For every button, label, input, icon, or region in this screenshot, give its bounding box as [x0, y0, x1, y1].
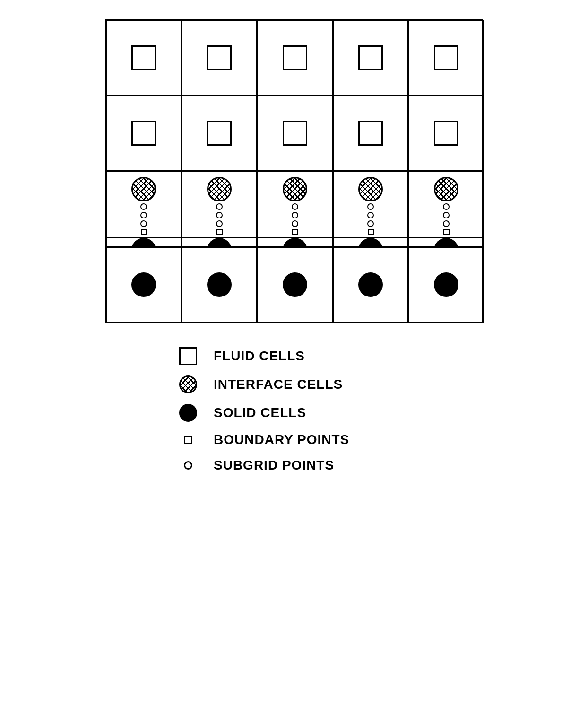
bottom-section: [207, 238, 232, 247]
subgrid-point-icon: [216, 203, 223, 210]
bottom-section: [358, 238, 383, 247]
cell-r4c3: [257, 247, 333, 323]
boundary-point-icon: [292, 229, 298, 235]
fluid-icon: [283, 45, 307, 70]
solid-icon: [434, 272, 458, 297]
legend-fluid-label: FLUID CELLS: [214, 349, 305, 364]
bottom-section: [434, 238, 458, 247]
interface-icon: [131, 177, 156, 201]
fluid-icon: [131, 45, 156, 70]
boundary-point-icon: [141, 229, 147, 235]
top-section: [207, 172, 232, 237]
cell-r2c4: [333, 96, 408, 171]
subgrid-point-icon: [367, 203, 374, 210]
cell-r3c4: [333, 171, 408, 247]
interface-icon: [434, 177, 458, 201]
fluid-icon: [207, 121, 232, 146]
cell-r1c3: [257, 20, 333, 96]
legend-item-boundary: BOUNDARY POINTS: [176, 432, 412, 447]
solid-icon: [358, 272, 383, 297]
solid-icon: [131, 238, 156, 247]
fluid-icon: [131, 121, 156, 146]
subgrid-point-icon: [443, 203, 450, 210]
legend-solid-icon-wrapper: [176, 404, 200, 422]
cell-r4c1: [106, 247, 182, 323]
cell-r3c3: [257, 171, 333, 247]
cell-r1c1: [106, 20, 182, 96]
subgrid-point-icon: [367, 220, 374, 227]
legend-solid-label: SOLID CELLS: [214, 405, 306, 420]
solid-icon: [207, 238, 232, 247]
legend-item-solid: SOLID CELLS: [176, 404, 412, 422]
cell-r3c2: [182, 171, 257, 247]
legend-interface-icon-wrapper: [176, 375, 200, 393]
cell-r2c2: [182, 96, 257, 171]
subgrid-point-icon: [292, 220, 298, 227]
fluid-icon: [283, 121, 307, 146]
fluid-icon: [434, 121, 458, 146]
boundary-point-icon: [443, 229, 450, 235]
cell-r4c4: [333, 247, 408, 323]
legend-solid-icon: [179, 404, 197, 422]
interface-icon: [283, 177, 307, 201]
legend-fluid-icon: [179, 347, 197, 365]
subgrid-point-icon: [292, 203, 298, 210]
boundary-point-icon: [216, 229, 223, 235]
fluid-icon: [358, 45, 383, 70]
legend-item-fluid: FLUID CELLS: [176, 347, 412, 365]
cell-r4c5: [408, 247, 484, 323]
cell-r2c5: [408, 96, 484, 171]
cell-r2c1: [106, 96, 182, 171]
cell-r3c1: [106, 171, 182, 247]
fluid-icon: [358, 121, 383, 146]
bottom-section: [283, 238, 307, 247]
top-section: [358, 172, 383, 237]
top-section: [131, 172, 156, 237]
subgrid-point-icon: [216, 212, 223, 218]
legend-subgrid-icon: [184, 461, 192, 470]
legend-interface-icon: [179, 375, 197, 393]
cell-r1c2: [182, 20, 257, 96]
cell-grid: [105, 19, 483, 323]
cell-r4c2: [182, 247, 257, 323]
legend-boundary-label: BOUNDARY POINTS: [214, 432, 349, 447]
subgrid-point-icon: [140, 203, 147, 210]
subgrid-point-icon: [292, 212, 298, 218]
subgrid-point-icon: [367, 212, 374, 218]
solid-icon: [283, 238, 307, 247]
solid-icon: [283, 272, 307, 297]
solid-icon: [131, 272, 156, 297]
top-section: [283, 172, 307, 237]
legend-boundary-icon-wrapper: [176, 436, 200, 444]
legend-interface-label: INTERFACE CELLS: [214, 377, 343, 392]
cell-r3c5: [408, 171, 484, 247]
subgrid-point-icon: [443, 220, 450, 227]
cell-r2c3: [257, 96, 333, 171]
solid-icon: [207, 272, 232, 297]
top-section: [434, 172, 458, 237]
legend-item-subgrid: SUBGRID POINTS: [176, 458, 412, 473]
cell-r1c5: [408, 20, 484, 96]
subgrid-point-icon: [140, 220, 147, 227]
legend-item-interface: INTERFACE CELLS: [176, 375, 412, 393]
fluid-icon: [434, 45, 458, 70]
subgrid-point-icon: [443, 212, 450, 218]
legend-boundary-icon: [184, 436, 192, 444]
subgrid-point-icon: [216, 220, 223, 227]
fluid-icon: [207, 45, 232, 70]
solid-icon: [434, 238, 458, 247]
cell-r1c4: [333, 20, 408, 96]
legend-fluid-icon-wrapper: [176, 347, 200, 365]
legend: FLUID CELLS INTERFACE CELLS SOLID CELLS …: [176, 347, 412, 473]
legend-subgrid-label: SUBGRID POINTS: [214, 458, 334, 473]
interface-icon: [207, 177, 232, 201]
solid-icon: [358, 238, 383, 247]
boundary-point-icon: [368, 229, 374, 235]
legend-subgrid-icon-wrapper: [176, 461, 200, 470]
subgrid-point-icon: [140, 212, 147, 218]
interface-icon: [358, 177, 383, 201]
bottom-section: [131, 238, 156, 247]
